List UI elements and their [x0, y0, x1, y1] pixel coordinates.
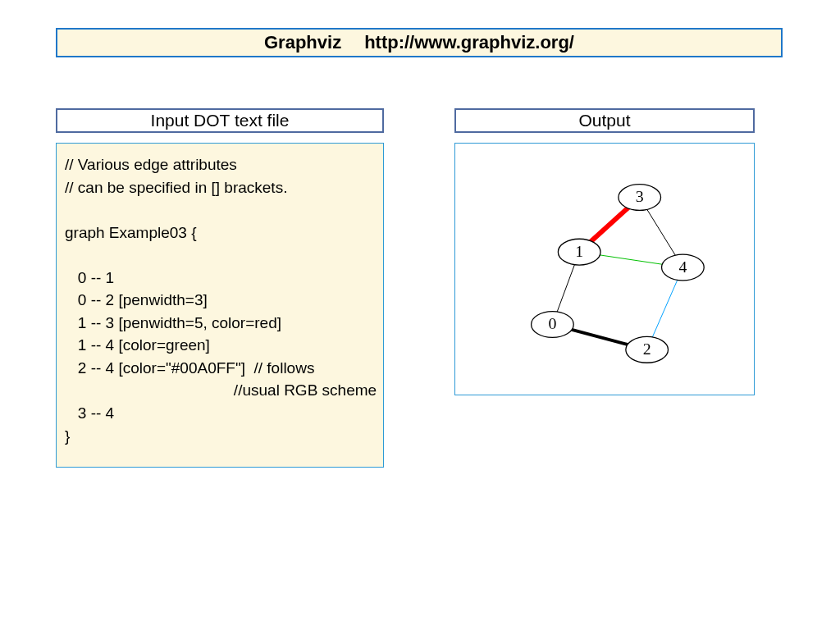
graph-svg: 01234	[455, 144, 754, 395]
edge-1-3	[591, 208, 628, 241]
node-label-4: 4	[678, 258, 687, 276]
edge-0-2	[572, 330, 628, 345]
node-label-2: 2	[643, 340, 651, 358]
node-4: 4	[662, 254, 705, 281]
output-panel-label: Output	[454, 108, 755, 133]
input-panel-label: Input DOT text file	[56, 108, 384, 133]
edges-layer	[557, 208, 678, 345]
title-url: http://www.graphviz.org/	[364, 32, 574, 53]
node-3: 3	[619, 185, 661, 211]
input-label-text: Input DOT text file	[151, 111, 290, 130]
dot-source-box: // Various edge attributes // can be spe…	[56, 143, 384, 468]
node-0: 0	[532, 312, 574, 338]
title-name: Graphviz	[264, 32, 341, 53]
node-label-0: 0	[548, 314, 556, 332]
graph-output-box: 01234	[454, 143, 755, 395]
edge-3-4	[647, 209, 675, 255]
node-2: 2	[626, 336, 669, 363]
node-label-3: 3	[636, 187, 644, 205]
title-bar: Graphviz http://www.graphviz.org/	[56, 28, 783, 57]
node-label-1: 1	[575, 242, 583, 260]
output-label-text: Output	[578, 111, 630, 130]
edge-0-1	[557, 265, 574, 312]
page: Graphviz http://www.graphviz.org/ Input …	[0, 0, 840, 630]
edge-1-4	[600, 255, 662, 264]
node-1: 1	[558, 239, 600, 265]
edge-2-4	[652, 280, 677, 337]
nodes-layer: 01234	[532, 185, 705, 363]
dot-source-text: // Various edge attributes // can be spe…	[65, 156, 377, 445]
